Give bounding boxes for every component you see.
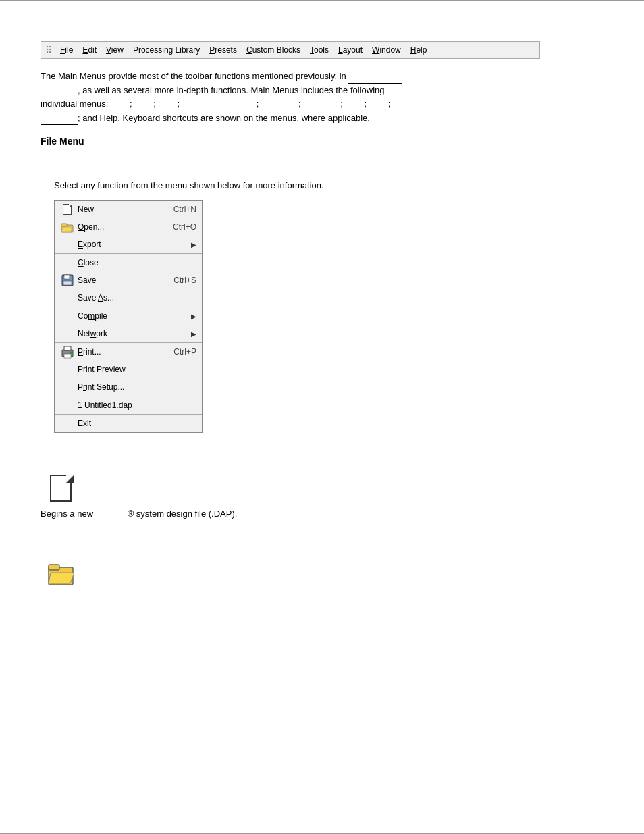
blank1 [348, 70, 402, 84]
compile-arrow: ▶ [191, 313, 196, 320]
open-file-icon [60, 220, 75, 234]
menu-help[interactable]: Help [406, 44, 431, 56]
menu-item-new[interactable]: New Ctrl+N [55, 201, 202, 218]
menubar: ⠿ File Edit View Processing Library Pres… [41, 41, 540, 59]
exit-label: Exit [78, 419, 196, 428]
open-label: Open... [78, 222, 173, 232]
blank5 [159, 97, 178, 111]
large-open-icon-section [41, 559, 603, 589]
print-setup-label: Print Setup... [78, 382, 196, 392]
menu-window[interactable]: Window [368, 44, 405, 56]
network-arrow: ▶ [191, 330, 196, 338]
desc-line2: , as well as several more in-depth funct… [78, 85, 385, 95]
print-shortcut: Ctrl+P [173, 347, 196, 357]
select-info-text: Select any function from the menu shown … [54, 180, 603, 190]
menu-item-network[interactable]: Network ▶ [55, 325, 202, 342]
svg-rect-3 [64, 275, 70, 279]
compile-icon-placeholder [60, 309, 75, 323]
menu-item-save-as[interactable]: Save As... [55, 289, 202, 307]
svg-rect-8 [64, 354, 71, 358]
svg-rect-11 [49, 565, 59, 570]
blank7 [261, 97, 298, 111]
menu-tools[interactable]: Tools [306, 44, 333, 56]
open-shortcut: Ctrl+O [173, 222, 196, 232]
begins-text: Begins a new ® system design file (.DAP)… [41, 509, 603, 519]
svg-rect-4 [63, 281, 72, 285]
svg-rect-1 [61, 224, 67, 226]
large-new-icon-section: Begins a new ® system design file (.DAP)… [41, 473, 603, 519]
recent-file-label: 1 Untitled1.dap [78, 400, 196, 410]
blank9 [345, 97, 364, 111]
desc-line3: individual menus: [41, 99, 111, 109]
menu-item-print[interactable]: Print... Ctrl+P [55, 342, 202, 361]
menu-item-open[interactable]: Open... Ctrl+O [55, 218, 202, 236]
desc-line4: ; and Help. Keyboard shortcuts are shown… [78, 113, 370, 123]
file-menu-heading: File Menu [41, 136, 603, 147]
large-new-file-icon [47, 473, 77, 503]
export-label: Export [78, 240, 191, 249]
new-file-icon [60, 203, 75, 216]
new-label: New [78, 205, 173, 214]
menu-item-print-setup[interactable]: Print Setup... [55, 378, 202, 396]
menu-item-close[interactable]: Close [55, 253, 202, 271]
blank4 [134, 97, 153, 111]
file-dropdown-menu: New Ctrl+N Open... Ctrl+O Export ▶ Cl [54, 200, 203, 433]
registered-mark: ® [128, 509, 134, 519]
menu-item-print-preview[interactable]: Print Preview [55, 361, 202, 378]
blank3 [111, 97, 130, 111]
menu-presets[interactable]: Presets [205, 44, 241, 56]
compile-label: Compile [78, 311, 191, 321]
close-icon-placeholder [60, 256, 75, 269]
menu-processing-library[interactable]: Processing Library [129, 44, 204, 56]
save-label: Save [78, 276, 173, 285]
new-shortcut: Ctrl+N [173, 205, 196, 214]
description-paragraph: The Main Menus provide most of the toolb… [41, 70, 594, 125]
menu-item-export[interactable]: Export ▶ [55, 236, 202, 253]
blank2 [41, 84, 78, 98]
save-as-label: Save As... [78, 293, 196, 303]
print-preview-icon-placeholder [60, 363, 75, 376]
save-as-icon-placeholder [60, 291, 75, 305]
network-label: Network [78, 329, 191, 338]
svg-rect-5 [69, 276, 70, 278]
blank11 [41, 111, 78, 126]
menu-item-exit[interactable]: Exit [55, 414, 202, 432]
print-setup-icon-placeholder [60, 380, 75, 394]
large-open-file-icon [47, 559, 77, 589]
exit-icon-placeholder [60, 417, 75, 430]
menu-view[interactable]: View [102, 44, 128, 56]
menu-file[interactable]: File [56, 44, 77, 56]
menu-item-recent-file[interactable]: 1 Untitled1.dap [55, 396, 202, 414]
save-shortcut: Ctrl+S [173, 276, 196, 285]
blank6 [182, 97, 257, 111]
menu-custom-blocks[interactable]: Custom Blocks [242, 44, 304, 56]
print-preview-label: Print Preview [78, 365, 196, 374]
network-icon-placeholder [60, 327, 75, 340]
menu-item-compile[interactable]: Compile ▶ [55, 307, 202, 325]
menu-layout[interactable]: Layout [334, 44, 367, 56]
close-label: Close [78, 258, 196, 267]
svg-point-9 [70, 352, 72, 354]
svg-rect-7 [64, 346, 71, 350]
desc-line1: The Main Menus provide most of the toolb… [41, 71, 348, 81]
print-icon [60, 345, 75, 359]
recent-file-icon-placeholder [60, 398, 75, 412]
grip-icon: ⠿ [45, 45, 52, 55]
menu-edit[interactable]: Edit [78, 44, 101, 56]
print-label: Print... [78, 347, 173, 357]
export-icon-placeholder [60, 238, 75, 251]
save-icon [60, 273, 75, 287]
blank10 [369, 97, 388, 111]
menu-item-save[interactable]: Save Ctrl+S [55, 271, 202, 289]
export-arrow: ▶ [191, 241, 196, 249]
blank8 [303, 97, 340, 111]
